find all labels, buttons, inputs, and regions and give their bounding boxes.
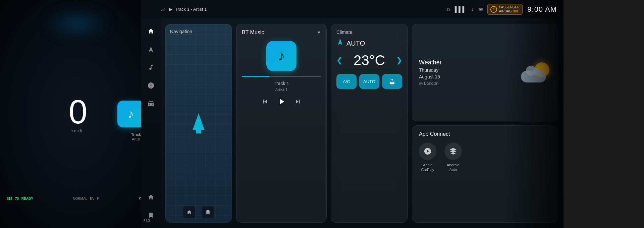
drive-mode: NORMAL: [73, 197, 87, 201]
instrument-cluster: 0 km/h Track 1 Artist 1 818 70 READY NOR…: [0, 0, 154, 228]
android-auto-button[interactable]: Android Auto: [444, 142, 462, 172]
climate-card-title: Climate: [336, 30, 402, 35]
cluster-music-card[interactable]: [117, 101, 144, 127]
music-progress-fill: [242, 76, 270, 77]
left-sidebar: 360: [141, 18, 161, 228]
ev-mode: EV: [90, 197, 94, 201]
climate-mode: AUTO: [336, 39, 402, 48]
status-bar-right: ⌾ ▌▌▌ ↓ ✉ P PASSENGER AIRBAG ON 9:00 AM: [447, 4, 557, 15]
sidebar-climate-icon[interactable]: [145, 79, 157, 92]
music-progress-bar[interactable]: [242, 76, 321, 77]
airbag-on-text: ON: [513, 9, 518, 13]
temp-control: ❮ 23°C ❯: [336, 53, 402, 67]
climate-card[interactable]: Climate AUTO ❮ 23°C ❯ A/C AUTO: [331, 24, 408, 223]
main-content: Navigation BT Music ▼ ♪: [161, 18, 564, 228]
airbag-status-text: AIRBAG: [499, 9, 512, 13]
weather-date: August 15: [419, 74, 442, 79]
temp-increase-button[interactable]: ❯: [396, 56, 402, 65]
now-playing-status: ▶ Track 1 - Artist 1: [169, 7, 207, 12]
navigation-card[interactable]: Navigation: [165, 24, 232, 223]
location-icon: ◎: [419, 81, 423, 86]
temperature-display: 23°C: [354, 53, 385, 67]
music-album-art: ♪: [266, 41, 297, 71]
sidebar-home-icon[interactable]: [145, 25, 157, 37]
climate-auto-text: AUTO: [346, 40, 365, 47]
sidebar-car-icon[interactable]: [145, 98, 157, 110]
status-bar-left: ⇄ ▶ Track 1 - Artist 1: [161, 7, 443, 12]
airbag-badge: P PASSENGER AIRBAG ON: [487, 4, 523, 15]
apple-carplay-label: Apple CarPlay: [421, 163, 434, 172]
app-connect-card[interactable]: App Connect Apple CarPlay: [412, 125, 558, 223]
weather-title: Weather: [419, 59, 442, 66]
music-track-info: Track 1 Artist 1: [242, 81, 321, 92]
cloud-icon: [521, 71, 546, 82]
weather-info: Weather Thursday August 15 ◎ London: [419, 59, 442, 86]
weather-card[interactable]: Weather Thursday August 15 ◎ London: [412, 24, 558, 121]
airbag-text: PASSENGER AIRBAG ON: [499, 5, 520, 13]
airbag-label: PASSENGER: [499, 5, 520, 9]
ac-button[interactable]: A/C: [336, 74, 357, 89]
speed-value: 0: [69, 95, 86, 128]
nav-bottom-icons: [165, 206, 232, 218]
nav-map[interactable]: [165, 24, 232, 222]
prev-button[interactable]: [261, 98, 269, 105]
auto-button[interactable]: AUTO: [359, 74, 379, 89]
range-status: 70: [15, 197, 19, 201]
fan-icon: [336, 39, 344, 48]
sidebar-nav-icon[interactable]: [145, 43, 157, 55]
app-connect-title: App Connect: [419, 131, 551, 137]
nav-bookmark-icon[interactable]: [202, 206, 214, 218]
shuffle-icon: ⇄: [161, 7, 165, 12]
android-auto-icon: [444, 142, 462, 160]
location-text: London: [424, 81, 438, 86]
battery-status: 818: [7, 197, 12, 201]
weather-location: ◎ London: [419, 81, 442, 86]
label-360: 360: [144, 219, 150, 223]
wifi-icon: ⌾: [447, 6, 450, 12]
main-clock: 9:00 AM: [527, 5, 557, 14]
music-controls: [242, 97, 321, 106]
play-button[interactable]: [277, 97, 286, 106]
nav-card-title: Navigation: [170, 29, 192, 34]
weather-visual: [521, 61, 551, 84]
cluster-bottom: 818 70 READY NORMAL EV P 9:00: [3, 196, 151, 201]
gear-indicator: P: [97, 197, 99, 201]
track-status-text: Track 1 - Artist 1: [175, 7, 207, 12]
weather-day: Thursday: [419, 67, 442, 73]
sidebar-home-bottom-icon[interactable]: [145, 191, 157, 203]
ready-status: READY: [21, 197, 33, 201]
right-column: Weather Thursday August 15 ◎ London App …: [412, 24, 558, 223]
nav-arrow-indicator: [192, 113, 205, 133]
climate-buttons: A/C AUTO: [336, 74, 402, 89]
music-artist-name: Artist 1: [242, 88, 321, 92]
temp-decrease-button[interactable]: ❮: [336, 56, 342, 65]
download-icon: ↓: [471, 6, 474, 12]
music-card-title: BT Music: [242, 30, 264, 36]
music-header: BT Music ▼: [242, 30, 321, 36]
nav-home-icon[interactable]: [183, 206, 195, 218]
main-display: ⇄ ▶ Track 1 - Artist 1 ⌾ ▌▌▌ ↓ ✉ P PASSE…: [141, 0, 564, 228]
music-dropdown-icon[interactable]: ▼: [317, 30, 321, 35]
android-auto-label: Android Auto: [447, 163, 460, 172]
music-player-card[interactable]: BT Music ▼ ♪ Track 1 Artist 1: [236, 24, 327, 223]
sidebar-music-icon[interactable]: [145, 61, 157, 73]
signal-icon: ▌▌▌: [455, 6, 466, 12]
next-button[interactable]: [294, 98, 302, 105]
apple-carplay-button[interactable]: Apple CarPlay: [419, 142, 436, 172]
message-icon: ✉: [478, 6, 483, 12]
music-track-name: Track 1: [242, 81, 321, 86]
seat-heat-button[interactable]: [382, 74, 402, 89]
app-icons: Apple CarPlay Android Auto: [419, 142, 551, 172]
apple-carplay-icon: [419, 142, 436, 160]
airbag-icon: P: [490, 6, 497, 13]
status-bar: ⇄ ▶ Track 1 - Artist 1 ⌾ ▌▌▌ ↓ ✉ P PASSE…: [141, 0, 564, 18]
play-status-icon: ▶: [169, 7, 172, 12]
